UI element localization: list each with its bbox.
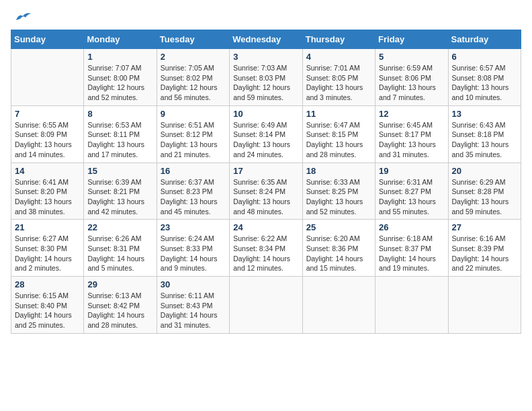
calendar-cell: 4Sunrise: 7:01 AM Sunset: 8:05 PM Daylig…: [302, 49, 375, 106]
day-info: Sunrise: 6:51 AM Sunset: 8:12 PM Dayligh…: [161, 120, 226, 160]
day-info: Sunrise: 6:47 AM Sunset: 8:15 PM Dayligh…: [306, 120, 371, 160]
calendar-cell: 9Sunrise: 6:51 AM Sunset: 8:12 PM Daylig…: [157, 105, 229, 163]
calendar-week-row: 7Sunrise: 6:55 AM Sunset: 8:09 PM Daylig…: [11, 105, 521, 163]
calendar-cell: 18Sunrise: 6:33 AM Sunset: 8:25 PM Dayli…: [302, 163, 375, 220]
day-number: 12: [379, 109, 444, 119]
day-info: Sunrise: 6:22 AM Sunset: 8:34 PM Dayligh…: [233, 234, 298, 273]
weekday-header-friday: Friday: [375, 30, 448, 49]
calendar-cell: 16Sunrise: 6:37 AM Sunset: 8:23 PM Dayli…: [157, 163, 229, 220]
day-info: Sunrise: 6:13 AM Sunset: 8:42 PM Dayligh…: [87, 291, 152, 330]
day-info: Sunrise: 6:11 AM Sunset: 8:43 PM Dayligh…: [161, 291, 226, 330]
calendar-cell: 28Sunrise: 6:15 AM Sunset: 8:40 PM Dayli…: [11, 277, 84, 334]
day-info: Sunrise: 7:05 AM Sunset: 8:02 PM Dayligh…: [161, 63, 226, 103]
calendar-cell: 26Sunrise: 6:18 AM Sunset: 8:37 PM Dayli…: [375, 220, 448, 277]
day-info: Sunrise: 6:26 AM Sunset: 8:31 PM Dayligh…: [87, 234, 152, 273]
day-info: Sunrise: 6:27 AM Sunset: 8:30 PM Dayligh…: [15, 234, 80, 273]
calendar-week-row: 14Sunrise: 6:41 AM Sunset: 8:20 PM Dayli…: [11, 163, 521, 220]
day-info: Sunrise: 6:49 AM Sunset: 8:14 PM Dayligh…: [233, 120, 298, 160]
calendar-cell: 7Sunrise: 6:55 AM Sunset: 8:09 PM Daylig…: [11, 105, 84, 163]
calendar-cell: 14Sunrise: 6:41 AM Sunset: 8:20 PM Dayli…: [11, 163, 84, 220]
day-number: 6: [452, 52, 517, 62]
calendar-cell: 17Sunrise: 6:35 AM Sunset: 8:24 PM Dayli…: [230, 163, 302, 220]
day-info: Sunrise: 6:15 AM Sunset: 8:40 PM Dayligh…: [15, 291, 80, 330]
day-info: Sunrise: 6:24 AM Sunset: 8:33 PM Dayligh…: [161, 234, 226, 273]
day-number: 24: [233, 222, 298, 232]
calendar-cell: 1Sunrise: 7:07 AM Sunset: 8:00 PM Daylig…: [84, 49, 157, 106]
calendar-cell: 13Sunrise: 6:43 AM Sunset: 8:18 PM Dayli…: [448, 105, 521, 163]
logo: [11, 11, 32, 21]
page-header: [11, 11, 521, 21]
day-number: 22: [87, 222, 152, 232]
day-info: Sunrise: 6:59 AM Sunset: 8:06 PM Dayligh…: [379, 63, 444, 103]
day-info: Sunrise: 6:41 AM Sunset: 8:20 PM Dayligh…: [15, 177, 80, 217]
logo-bird-icon: [13, 11, 32, 24]
day-info: Sunrise: 6:18 AM Sunset: 8:37 PM Dayligh…: [379, 234, 444, 273]
day-info: Sunrise: 6:35 AM Sunset: 8:24 PM Dayligh…: [233, 177, 298, 217]
calendar-cell: 3Sunrise: 7:03 AM Sunset: 8:03 PM Daylig…: [230, 49, 302, 106]
day-number: 29: [87, 279, 152, 289]
day-number: 16: [161, 166, 226, 176]
day-number: 5: [379, 52, 444, 62]
calendar-cell: [230, 277, 302, 334]
day-info: Sunrise: 6:16 AM Sunset: 8:39 PM Dayligh…: [452, 234, 517, 273]
day-number: 9: [161, 109, 226, 119]
day-number: 14: [15, 166, 80, 176]
calendar-cell: 10Sunrise: 6:49 AM Sunset: 8:14 PM Dayli…: [230, 105, 302, 163]
weekday-header-tuesday: Tuesday: [157, 30, 229, 49]
day-number: 19: [379, 166, 444, 176]
calendar-cell: 27Sunrise: 6:16 AM Sunset: 8:39 PM Dayli…: [448, 220, 521, 277]
day-number: 15: [87, 166, 152, 176]
day-number: 4: [306, 52, 371, 62]
day-number: 17: [233, 166, 298, 176]
day-info: Sunrise: 7:01 AM Sunset: 8:05 PM Dayligh…: [306, 63, 371, 103]
weekday-header-sunday: Sunday: [11, 30, 84, 49]
day-number: 10: [233, 109, 298, 119]
day-number: 25: [306, 222, 371, 232]
calendar-cell: 29Sunrise: 6:13 AM Sunset: 8:42 PM Dayli…: [84, 277, 157, 334]
day-info: Sunrise: 6:55 AM Sunset: 8:09 PM Dayligh…: [15, 120, 80, 160]
calendar-cell: [302, 277, 375, 334]
calendar-cell: 12Sunrise: 6:45 AM Sunset: 8:17 PM Dayli…: [375, 105, 448, 163]
calendar-cell: 23Sunrise: 6:24 AM Sunset: 8:33 PM Dayli…: [157, 220, 229, 277]
calendar-cell: 24Sunrise: 6:22 AM Sunset: 8:34 PM Dayli…: [230, 220, 302, 277]
day-number: 21: [15, 222, 80, 232]
weekday-header-wednesday: Wednesday: [230, 30, 302, 49]
calendar-cell: 19Sunrise: 6:31 AM Sunset: 8:27 PM Dayli…: [375, 163, 448, 220]
day-info: Sunrise: 7:03 AM Sunset: 8:03 PM Dayligh…: [233, 63, 298, 103]
day-info: Sunrise: 6:39 AM Sunset: 8:21 PM Dayligh…: [87, 177, 152, 217]
day-number: 7: [15, 109, 80, 119]
calendar-week-row: 1Sunrise: 7:07 AM Sunset: 8:00 PM Daylig…: [11, 49, 521, 106]
weekday-header-thursday: Thursday: [302, 30, 375, 49]
calendar-cell: 21Sunrise: 6:27 AM Sunset: 8:30 PM Dayli…: [11, 220, 84, 277]
calendar-cell: 5Sunrise: 6:59 AM Sunset: 8:06 PM Daylig…: [375, 49, 448, 106]
calendar-cell: [448, 277, 521, 334]
calendar-header-row: SundayMondayTuesdayWednesdayThursdayFrid…: [11, 30, 521, 49]
day-number: 2: [161, 52, 226, 62]
calendar-cell: 6Sunrise: 6:57 AM Sunset: 8:08 PM Daylig…: [448, 49, 521, 106]
calendar-cell: 22Sunrise: 6:26 AM Sunset: 8:31 PM Dayli…: [84, 220, 157, 277]
day-info: Sunrise: 6:31 AM Sunset: 8:27 PM Dayligh…: [379, 177, 444, 217]
day-number: 28: [15, 279, 80, 289]
day-number: 26: [379, 222, 444, 232]
day-info: Sunrise: 6:45 AM Sunset: 8:17 PM Dayligh…: [379, 120, 444, 160]
calendar-cell: [11, 49, 84, 106]
calendar-week-row: 28Sunrise: 6:15 AM Sunset: 8:40 PM Dayli…: [11, 277, 521, 334]
day-number: 11: [306, 109, 371, 119]
day-number: 18: [306, 166, 371, 176]
day-info: Sunrise: 6:57 AM Sunset: 8:08 PM Dayligh…: [452, 63, 517, 103]
calendar-cell: 15Sunrise: 6:39 AM Sunset: 8:21 PM Dayli…: [84, 163, 157, 220]
calendar-cell: 25Sunrise: 6:20 AM Sunset: 8:36 PM Dayli…: [302, 220, 375, 277]
calendar-cell: 8Sunrise: 6:53 AM Sunset: 8:11 PM Daylig…: [84, 105, 157, 163]
day-info: Sunrise: 6:37 AM Sunset: 8:23 PM Dayligh…: [161, 177, 226, 217]
day-number: 23: [161, 222, 226, 232]
day-info: Sunrise: 6:33 AM Sunset: 8:25 PM Dayligh…: [306, 177, 371, 217]
calendar-cell: 20Sunrise: 6:29 AM Sunset: 8:28 PM Dayli…: [448, 163, 521, 220]
calendar-cell: 2Sunrise: 7:05 AM Sunset: 8:02 PM Daylig…: [157, 49, 229, 106]
weekday-header-saturday: Saturday: [448, 30, 521, 49]
day-number: 13: [452, 109, 517, 119]
calendar-cell: 11Sunrise: 6:47 AM Sunset: 8:15 PM Dayli…: [302, 105, 375, 163]
day-info: Sunrise: 7:07 AM Sunset: 8:00 PM Dayligh…: [87, 63, 152, 103]
day-number: 1: [87, 52, 152, 62]
calendar-week-row: 21Sunrise: 6:27 AM Sunset: 8:30 PM Dayli…: [11, 220, 521, 277]
calendar-table: SundayMondayTuesdayWednesdayThursdayFrid…: [11, 30, 521, 334]
